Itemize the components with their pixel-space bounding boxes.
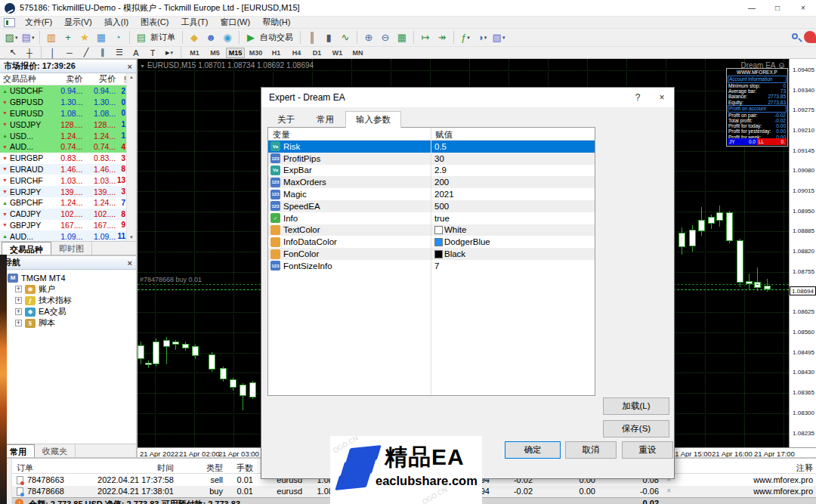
cancel-button[interactable]: 取消: [565, 441, 617, 459]
dialog-close-button[interactable]: ×: [650, 92, 674, 103]
tree-root[interactable]: MTMGM MT4: [8, 272, 136, 283]
parameter-row[interactable]: 123Magic2021: [268, 188, 595, 200]
trendline-icon[interactable]: ╱: [79, 48, 94, 58]
tree-item[interactable]: +§脚本: [8, 317, 136, 329]
close-icon[interactable]: ×: [128, 62, 132, 71]
news-icon[interactable]: ◉: [220, 30, 235, 45]
zoom-in-icon[interactable]: ⊕: [361, 30, 376, 45]
new-chart-icon[interactable]: ▨▾: [4, 30, 19, 45]
line-chart-icon[interactable]: ∿: [338, 30, 353, 45]
parameter-row[interactable]: 123FontSizeInfo7: [268, 260, 595, 272]
navigator-icon[interactable]: ★: [77, 30, 92, 45]
market-row[interactable]: ▼AUD...0.74...0.74...4: [0, 141, 126, 153]
auto-scroll-icon[interactable]: ↠: [434, 30, 450, 45]
timeframe-W1[interactable]: W1: [328, 48, 347, 58]
autotrading-icon[interactable]: ▶: [243, 30, 258, 45]
timeframe-M30[interactable]: M30: [246, 48, 265, 58]
market-row[interactable]: ▼GBPJPY167....167....9: [0, 220, 126, 231]
expand-icon[interactable]: +: [15, 320, 22, 326]
text-label-icon[interactable]: T: [145, 48, 160, 58]
parameter-row[interactable]: 123ProfitPips30: [268, 153, 595, 165]
dialog-tab[interactable]: 关于: [267, 111, 305, 128]
timeframe-M5[interactable]: M5: [206, 48, 224, 58]
timeframe-M15[interactable]: M15: [226, 48, 245, 58]
parameter-row[interactable]: VaExpBar2.9: [268, 165, 595, 177]
chart-shift-icon[interactable]: ↦: [418, 30, 433, 45]
experts-icon[interactable]: ☻: [203, 30, 218, 45]
market-watch-icon[interactable]: ▥: [44, 30, 59, 45]
timeframe-H1[interactable]: H1: [267, 48, 286, 58]
parameter-row[interactable]: FonColorBlack: [268, 248, 595, 260]
strategy-tester-icon[interactable]: ◔: [110, 30, 125, 45]
menu-item[interactable]: 显示(V): [58, 17, 98, 28]
parameter-row[interactable]: InfoDataColorDodgerBlue: [268, 236, 595, 248]
periods-icon[interactable]: ◑▾: [474, 30, 490, 45]
close-order-icon[interactable]: ×: [666, 487, 671, 495]
maximize-button[interactable]: □: [765, 0, 790, 16]
scroll-down-icon[interactable]: ▼: [129, 235, 134, 240]
menu-item[interactable]: 帮助(H): [256, 17, 296, 28]
parameter-row[interactable]: ✓Infotrue: [268, 212, 595, 224]
horizontal-line-icon[interactable]: ─: [62, 48, 77, 58]
candle-chart-icon[interactable]: ▮: [321, 30, 336, 45]
tree-item[interactable]: +◉账户: [8, 283, 136, 295]
market-row[interactable]: ▲USD...1.24...1.24...1: [0, 130, 126, 141]
parameter-row[interactable]: 123MaxOrders200: [268, 176, 595, 188]
parameter-row[interactable]: VaRisk0.5: [268, 141, 595, 153]
price-axis[interactable]: 1.094051.093401.092751.092101.091451.090…: [789, 59, 816, 447]
new-order-icon[interactable]: ▤: [134, 30, 149, 45]
load-button[interactable]: 加载(L): [603, 397, 669, 415]
scroll-up-icon[interactable]: ▲: [129, 75, 134, 79]
close-icon[interactable]: ×: [128, 258, 132, 267]
templates-icon[interactable]: ▧▾: [491, 30, 506, 45]
market-row[interactable]: ▼EURAUD1.46...1.46...8: [0, 164, 126, 175]
profiles-icon[interactable]: ▤▾: [20, 30, 36, 45]
market-watch-tab[interactable]: 即时图: [51, 242, 92, 255]
expand-icon[interactable]: +: [15, 297, 22, 304]
data-window-icon[interactable]: +: [60, 30, 76, 45]
indicators-list-icon[interactable]: ƒ▾: [458, 30, 473, 45]
market-row[interactable]: ▲GBPCHF1.24...1.24...7: [0, 197, 126, 209]
menu-item[interactable]: 工具(T): [175, 17, 214, 28]
market-watch-tab[interactable]: 交易品种: [2, 242, 51, 255]
market-row[interactable]: ▼EURCHF1.03...1.03...13: [0, 175, 126, 186]
ok-button[interactable]: 确定: [505, 441, 561, 459]
timeframe-H4[interactable]: H4: [287, 48, 306, 58]
arrows-icon[interactable]: ▸▾: [162, 48, 177, 58]
menu-item[interactable]: 图表(C): [134, 17, 175, 28]
timeframe-MN[interactable]: MN: [348, 48, 367, 58]
expand-icon[interactable]: +: [15, 286, 22, 292]
chevron-down-icon[interactable]: ▼: [140, 63, 145, 69]
parameter-row[interactable]: TextColorWhite: [268, 224, 595, 237]
metaeditor-icon[interactable]: ◆: [187, 30, 202, 45]
market-watch-scrollbar[interactable]: ▲ ▼: [126, 73, 136, 241]
market-row[interactable]: ▼GBPUSD1.30...1.30...0: [0, 97, 126, 108]
menu-item[interactable]: 文件(F): [19, 17, 58, 28]
search-icon[interactable]: [792, 33, 798, 39]
market-row[interactable]: ▼USDJPY128....128....1: [0, 119, 126, 130]
dialog-tab[interactable]: 常用: [306, 111, 345, 128]
navigator-tab[interactable]: 收藏夹: [35, 444, 76, 457]
market-row[interactable]: ▼EURGBP0.83...0.83...3: [0, 153, 126, 164]
timeframe-M1[interactable]: M1: [185, 48, 204, 58]
text-icon[interactable]: A: [128, 48, 144, 58]
timeframe-D1[interactable]: D1: [308, 48, 326, 58]
vertical-line-icon[interactable]: │: [45, 48, 60, 58]
market-row[interactable]: ▲AUD...1.09...1.09...11: [0, 230, 126, 241]
menu-item[interactable]: 插入(I): [98, 17, 134, 28]
market-row[interactable]: ▼EURUSD1.08...1.08...0: [0, 108, 126, 119]
zoom-out-icon[interactable]: ⊖: [378, 30, 393, 45]
channel-icon[interactable]: ∥: [95, 48, 110, 58]
parameter-row[interactable]: 123SpeedEA500: [268, 200, 595, 212]
market-row[interactable]: ▼EURJPY139....139....3: [0, 186, 126, 197]
market-row[interactable]: ▼CADJPY102....102....8: [0, 209, 126, 220]
help-button[interactable]: ?: [626, 92, 650, 103]
market-row[interactable]: ▲USDCHF0.94...0.94...2: [0, 85, 126, 97]
notification-badge[interactable]: [804, 31, 816, 43]
dialog-tab[interactable]: 输入参数: [345, 111, 401, 128]
minimize-button[interactable]: —: [739, 0, 765, 16]
menu-item[interactable]: 窗口(W): [214, 17, 256, 28]
fibonacci-icon[interactable]: ☰: [112, 48, 127, 58]
tree-item[interactable]: +ƒ技术指标: [8, 295, 136, 306]
tile-windows-icon[interactable]: ▦: [394, 30, 410, 45]
